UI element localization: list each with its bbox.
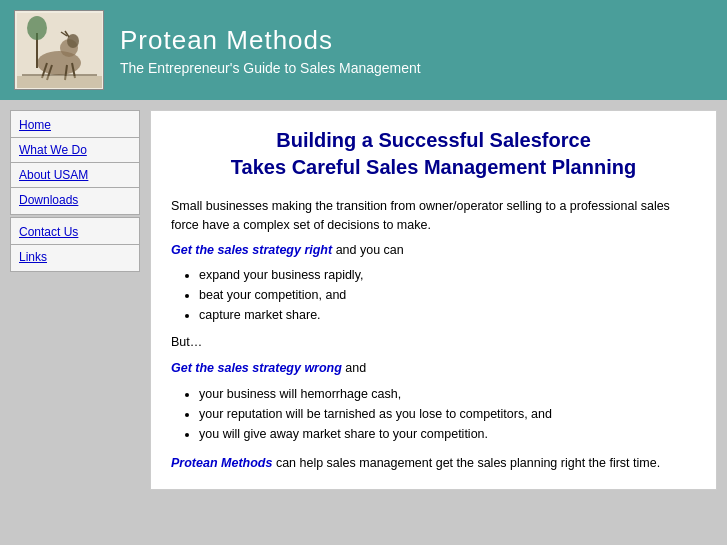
intro-paragraph: Small businesses making the transition f… (171, 197, 696, 235)
strategy-wrong-label: Get the sales strategy wrong (171, 361, 342, 375)
list-right-item-1: expand your business rapidly, (199, 265, 696, 285)
but-text: But… (171, 335, 696, 349)
title-line-1: Building a Successful Salesforce (276, 129, 591, 151)
list-right-item-3: capture market share. (199, 305, 696, 325)
sidebar: Home What We Do About USAM Downloads Con… (10, 110, 140, 490)
sidebar-item-about-usam[interactable]: About USAM (11, 165, 139, 185)
strategy-right-label: Get the sales strategy right (171, 243, 332, 257)
sidebar-nav-box-1: Home What We Do About USAM Downloads (10, 110, 140, 215)
strategy-right-intro: Get the sales strategy right and you can (171, 241, 696, 260)
sidebar-item-home[interactable]: Home (11, 115, 139, 135)
page-title: Building a Successful Salesforce Takes C… (171, 127, 696, 181)
svg-point-11 (27, 16, 47, 40)
list-right: expand your business rapidly, beat your … (199, 265, 696, 325)
list-wrong-item-1: your business will hemorrhage cash, (199, 384, 696, 404)
logo-image (17, 13, 102, 88)
main-content: Building a Successful Salesforce Takes C… (150, 110, 717, 490)
list-wrong: your business will hemorrhage cash, your… (199, 384, 696, 444)
list-right-item-2: beat your competition, and (199, 285, 696, 305)
site-tagline: The Entrepreneur's Guide to Sales Manage… (120, 60, 421, 76)
brand-link[interactable]: Protean Methods (171, 456, 272, 470)
header-text-block: Protean Methods The Entrepreneur's Guide… (120, 25, 421, 76)
site-title: Protean Methods (120, 25, 421, 56)
svg-rect-13 (17, 76, 102, 88)
header: Protean Methods The Entrepreneur's Guide… (0, 0, 727, 100)
strategy-wrong-intro: Get the sales strategy wrong and (171, 359, 696, 378)
list-wrong-item-2: your reputation will be tarnished as you… (199, 404, 696, 424)
sidebar-item-contact-us[interactable]: Contact Us (11, 222, 139, 242)
site-logo (14, 10, 104, 90)
sidebar-nav-box-2: Contact Us Links (10, 217, 140, 272)
strategy-right-suffix: and you can (332, 243, 404, 257)
footer-text-suffix: can help sales management get the sales … (272, 456, 660, 470)
sidebar-item-links[interactable]: Links (11, 247, 139, 267)
list-wrong-item-3: you will give away market share to your … (199, 424, 696, 444)
footer-paragraph: Protean Methods can help sales managemen… (171, 454, 696, 473)
sidebar-item-what-we-do[interactable]: What We Do (11, 140, 139, 160)
title-line-2: Takes Careful Sales Management Planning (231, 156, 636, 178)
sidebar-item-downloads[interactable]: Downloads (11, 190, 139, 210)
strategy-wrong-suffix: and (342, 361, 366, 375)
